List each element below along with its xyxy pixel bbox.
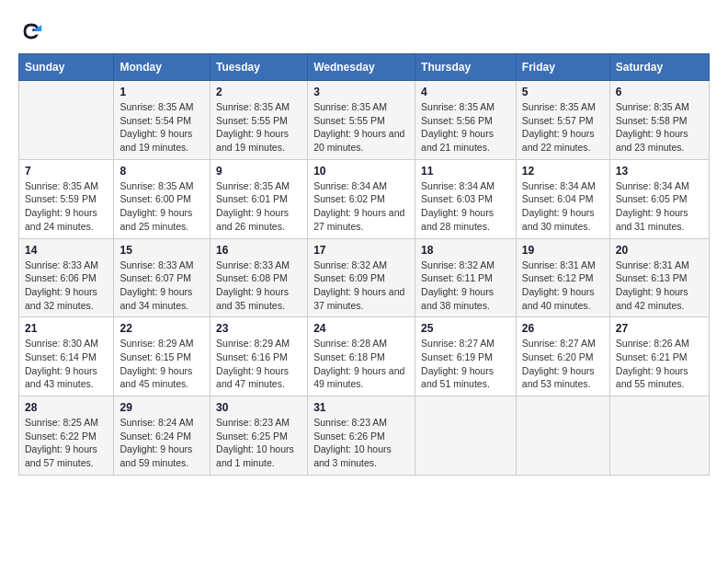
calendar-cell: 23 Sunrise: 8:29 AMSunset: 6:16 PMDaylig… bbox=[210, 317, 308, 396]
calendar-week-row: 14 Sunrise: 8:33 AMSunset: 6:06 PMDaylig… bbox=[19, 238, 710, 317]
day-number: 8 bbox=[119, 165, 204, 178]
day-info: Sunrise: 8:33 AMSunset: 6:06 PMDaylight:… bbox=[25, 259, 108, 313]
day-number: 30 bbox=[216, 401, 301, 414]
calendar-week-row: 7 Sunrise: 8:35 AMSunset: 5:59 PMDayligh… bbox=[19, 159, 710, 238]
calendar-cell: 10 Sunrise: 8:34 AMSunset: 6:02 PMDaylig… bbox=[308, 159, 415, 238]
calendar-cell: 9 Sunrise: 8:35 AMSunset: 6:01 PMDayligh… bbox=[210, 159, 308, 238]
calendar-cell: 17 Sunrise: 8:32 AMSunset: 6:09 PMDaylig… bbox=[308, 238, 415, 317]
calendar-cell: 29 Sunrise: 8:24 AMSunset: 6:24 PMDaylig… bbox=[114, 396, 210, 476]
day-number: 10 bbox=[313, 165, 409, 178]
calendar-week-row: 21 Sunrise: 8:30 AMSunset: 6:14 PMDaylig… bbox=[19, 317, 710, 396]
day-number: 24 bbox=[313, 322, 409, 335]
calendar-cell: 2 Sunrise: 8:35 AMSunset: 5:55 PMDayligh… bbox=[210, 81, 308, 160]
day-number: 13 bbox=[616, 165, 703, 178]
calendar-cell: 15 Sunrise: 8:33 AMSunset: 6:07 PMDaylig… bbox=[114, 238, 210, 317]
day-number: 7 bbox=[25, 165, 108, 178]
day-info: Sunrise: 8:32 AMSunset: 6:09 PMDaylight:… bbox=[313, 259, 409, 313]
day-header-thursday: Thursday bbox=[415, 54, 517, 81]
day-number: 27 bbox=[616, 322, 703, 335]
day-number: 31 bbox=[313, 401, 409, 414]
calendar-cell: 24 Sunrise: 8:28 AMSunset: 6:18 PMDaylig… bbox=[308, 317, 415, 396]
day-info: Sunrise: 8:34 AMSunset: 6:02 PMDaylight:… bbox=[313, 179, 409, 234]
calendar-cell: 22 Sunrise: 8:29 AMSunset: 6:15 PMDaylig… bbox=[114, 317, 210, 396]
calendar-cell: 21 Sunrise: 8:30 AMSunset: 6:14 PMDaylig… bbox=[19, 317, 114, 396]
calendar-cell: 28 Sunrise: 8:25 AMSunset: 6:22 PMDaylig… bbox=[19, 396, 114, 476]
day-info: Sunrise: 8:30 AMSunset: 6:14 PMDaylight:… bbox=[25, 337, 108, 391]
day-number: 25 bbox=[421, 322, 510, 335]
day-number: 11 bbox=[421, 165, 510, 178]
day-info: Sunrise: 8:29 AMSunset: 6:16 PMDaylight:… bbox=[216, 337, 301, 391]
calendar-cell: 20 Sunrise: 8:31 AMSunset: 6:13 PMDaylig… bbox=[609, 238, 709, 317]
calendar-cell bbox=[19, 81, 114, 160]
calendar-cell: 11 Sunrise: 8:34 AMSunset: 6:03 PMDaylig… bbox=[415, 159, 517, 238]
calendar-cell: 13 Sunrise: 8:34 AMSunset: 6:05 PMDaylig… bbox=[609, 159, 709, 238]
day-info: Sunrise: 8:27 AMSunset: 6:20 PMDaylight:… bbox=[522, 337, 604, 391]
day-info: Sunrise: 8:35 AMSunset: 6:01 PMDaylight:… bbox=[216, 179, 301, 234]
page-header bbox=[18, 18, 710, 44]
day-info: Sunrise: 8:34 AMSunset: 6:04 PMDaylight:… bbox=[522, 179, 604, 234]
calendar-cell: 31 Sunrise: 8:23 AMSunset: 6:26 PMDaylig… bbox=[308, 396, 415, 476]
day-number: 9 bbox=[216, 165, 301, 178]
day-header-saturday: Saturday bbox=[609, 54, 709, 81]
day-number: 28 bbox=[25, 401, 108, 414]
day-info: Sunrise: 8:31 AMSunset: 6:13 PMDaylight:… bbox=[616, 259, 703, 313]
day-header-wednesday: Wednesday bbox=[308, 54, 415, 81]
day-info: Sunrise: 8:26 AMSunset: 6:21 PMDaylight:… bbox=[616, 337, 703, 391]
calendar-cell: 18 Sunrise: 8:32 AMSunset: 6:11 PMDaylig… bbox=[415, 238, 517, 317]
day-info: Sunrise: 8:24 AMSunset: 6:24 PMDaylight:… bbox=[119, 416, 204, 470]
logo bbox=[18, 18, 48, 44]
day-header-monday: Monday bbox=[114, 54, 210, 81]
day-number: 29 bbox=[119, 401, 204, 414]
day-info: Sunrise: 8:35 AMSunset: 5:59 PMDaylight:… bbox=[25, 179, 108, 234]
day-number: 23 bbox=[216, 322, 301, 335]
day-number: 3 bbox=[313, 86, 409, 98]
day-info: Sunrise: 8:35 AMSunset: 5:55 PMDaylight:… bbox=[216, 100, 301, 155]
day-number: 22 bbox=[119, 322, 204, 335]
day-info: Sunrise: 8:34 AMSunset: 6:05 PMDaylight:… bbox=[616, 179, 703, 234]
day-number: 6 bbox=[616, 86, 703, 98]
day-number: 21 bbox=[25, 322, 108, 335]
day-number: 15 bbox=[119, 244, 204, 257]
calendar-cell: 30 Sunrise: 8:23 AMSunset: 6:25 PMDaylig… bbox=[210, 396, 308, 476]
calendar-week-row: 1 Sunrise: 8:35 AMSunset: 5:54 PMDayligh… bbox=[19, 81, 710, 160]
calendar-cell bbox=[516, 396, 609, 476]
calendar-cell: 25 Sunrise: 8:27 AMSunset: 6:19 PMDaylig… bbox=[415, 317, 517, 396]
day-number: 14 bbox=[25, 244, 108, 257]
day-info: Sunrise: 8:35 AMSunset: 6:00 PMDaylight:… bbox=[119, 179, 204, 234]
day-info: Sunrise: 8:35 AMSunset: 5:58 PMDaylight:… bbox=[616, 100, 703, 155]
day-number: 18 bbox=[421, 244, 510, 257]
calendar-week-row: 28 Sunrise: 8:25 AMSunset: 6:22 PMDaylig… bbox=[19, 396, 710, 476]
day-number: 19 bbox=[522, 244, 604, 257]
calendar-cell: 3 Sunrise: 8:35 AMSunset: 5:55 PMDayligh… bbox=[308, 81, 415, 160]
day-info: Sunrise: 8:33 AMSunset: 6:08 PMDaylight:… bbox=[216, 259, 301, 313]
day-info: Sunrise: 8:31 AMSunset: 6:12 PMDaylight:… bbox=[522, 259, 604, 313]
day-number: 4 bbox=[421, 86, 510, 98]
calendar-cell: 12 Sunrise: 8:34 AMSunset: 6:04 PMDaylig… bbox=[516, 159, 609, 238]
day-info: Sunrise: 8:35 AMSunset: 5:56 PMDaylight:… bbox=[421, 100, 510, 155]
day-number: 17 bbox=[313, 244, 409, 257]
day-number: 20 bbox=[616, 244, 703, 257]
day-number: 12 bbox=[522, 165, 604, 178]
day-info: Sunrise: 8:27 AMSunset: 6:19 PMDaylight:… bbox=[421, 337, 510, 391]
day-info: Sunrise: 8:32 AMSunset: 6:11 PMDaylight:… bbox=[421, 259, 510, 313]
calendar-cell: 4 Sunrise: 8:35 AMSunset: 5:56 PMDayligh… bbox=[415, 81, 517, 160]
calendar-cell: 8 Sunrise: 8:35 AMSunset: 6:00 PMDayligh… bbox=[114, 159, 210, 238]
day-info: Sunrise: 8:35 AMSunset: 5:57 PMDaylight:… bbox=[522, 100, 604, 155]
day-info: Sunrise: 8:35 AMSunset: 5:54 PMDaylight:… bbox=[119, 100, 204, 155]
day-number: 16 bbox=[216, 244, 301, 257]
calendar-cell: 26 Sunrise: 8:27 AMSunset: 6:20 PMDaylig… bbox=[516, 317, 609, 396]
day-info: Sunrise: 8:23 AMSunset: 6:25 PMDaylight:… bbox=[216, 416, 301, 470]
calendar-table: SundayMondayTuesdayWednesdayThursdayFrid… bbox=[18, 53, 710, 476]
calendar-cell: 27 Sunrise: 8:26 AMSunset: 6:21 PMDaylig… bbox=[609, 317, 709, 396]
days-header-row: SundayMondayTuesdayWednesdayThursdayFrid… bbox=[19, 54, 710, 81]
day-info: Sunrise: 8:28 AMSunset: 6:18 PMDaylight:… bbox=[313, 337, 409, 391]
day-header-tuesday: Tuesday bbox=[210, 54, 308, 81]
day-number: 26 bbox=[522, 322, 604, 335]
day-info: Sunrise: 8:25 AMSunset: 6:22 PMDaylight:… bbox=[25, 416, 108, 470]
day-header-sunday: Sunday bbox=[19, 54, 114, 81]
calendar-cell: 6 Sunrise: 8:35 AMSunset: 5:58 PMDayligh… bbox=[609, 81, 709, 160]
calendar-cell: 7 Sunrise: 8:35 AMSunset: 5:59 PMDayligh… bbox=[19, 159, 114, 238]
calendar-cell: 16 Sunrise: 8:33 AMSunset: 6:08 PMDaylig… bbox=[210, 238, 308, 317]
calendar-cell: 19 Sunrise: 8:31 AMSunset: 6:12 PMDaylig… bbox=[516, 238, 609, 317]
day-info: Sunrise: 8:33 AMSunset: 6:07 PMDaylight:… bbox=[119, 259, 204, 313]
